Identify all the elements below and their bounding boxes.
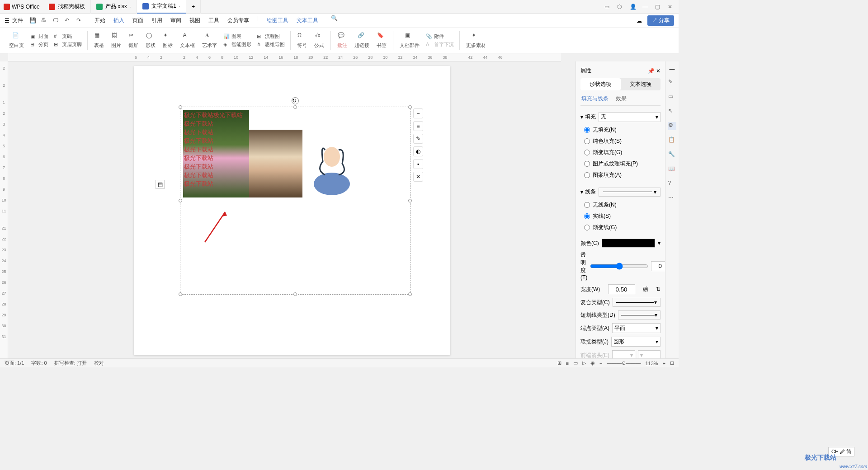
- resize-handle[interactable]: [293, 292, 297, 296]
- zoom-in-button[interactable]: +: [663, 361, 665, 366]
- edit-icon[interactable]: ✎: [668, 79, 676, 87]
- shape-button[interactable]: ◯形状: [143, 32, 158, 49]
- rotate-handle-icon[interactable]: ↻: [292, 97, 299, 104]
- comment-button[interactable]: 💬批注: [335, 32, 350, 49]
- zoom-out-icon[interactable]: −: [413, 108, 423, 118]
- color-swatch[interactable]: [602, 239, 655, 248]
- share-button[interactable]: ↗ 分享: [647, 15, 674, 26]
- flowchart-button[interactable]: ⊞流程图: [257, 33, 285, 40]
- textbox-selection[interactable]: ↻ 极光下载站极光下载站极光下载站极光下载站极光下载站极光下载站极光下载站极光下…: [180, 107, 410, 295]
- highlight-icon[interactable]: ◐: [413, 146, 423, 156]
- line-preview[interactable]: ▾: [599, 188, 660, 197]
- dash-select[interactable]: ▾: [618, 310, 660, 320]
- blank-page-button[interactable]: 📄空白页: [6, 32, 27, 49]
- pin-icon[interactable]: 📌: [648, 68, 655, 74]
- resize-handle[interactable]: [293, 105, 297, 109]
- text-options-tab[interactable]: 文本选项: [621, 78, 661, 90]
- zoom-out-button[interactable]: −: [599, 361, 602, 366]
- view-web-icon[interactable]: ▭: [573, 360, 578, 366]
- effect-subtab[interactable]: 效果: [616, 95, 627, 103]
- preview-icon[interactable]: 🖵: [53, 17, 60, 24]
- more-material-button[interactable]: ✦更多素材: [463, 32, 489, 49]
- header-footer-button[interactable]: ⊟页眉页脚: [54, 41, 82, 48]
- smart-graphic-button[interactable]: ◈智能图形: [223, 41, 251, 48]
- clipboard-icon[interactable]: 📋: [668, 136, 676, 145]
- tab-document[interactable]: 文字文稿1 ·: [137, 0, 186, 14]
- hamburger-icon[interactable]: ☰: [5, 18, 9, 24]
- spell-check-status[interactable]: 拼写检查: 打开: [54, 360, 87, 367]
- fill-section-toggle[interactable]: ▾ 填充: [580, 111, 596, 122]
- wordart-button[interactable]: 𝐀艺术字: [199, 32, 220, 49]
- page-status[interactable]: 页面: 1/1: [5, 360, 24, 367]
- gradient-line-radio[interactable]: 渐变线(G): [584, 222, 660, 233]
- resize-handle[interactable]: [179, 199, 182, 202]
- join-select[interactable]: 圆形▾: [611, 337, 660, 347]
- user-avatar-icon[interactable]: 👤: [630, 4, 636, 10]
- resize-handle[interactable]: [179, 105, 182, 109]
- book-icon[interactable]: 📖: [668, 165, 676, 174]
- compound-select[interactable]: ▾: [613, 298, 660, 307]
- help-icon[interactable]: ?: [668, 180, 676, 188]
- transparency-slider[interactable]: [590, 263, 648, 270]
- symbol-button[interactable]: Ω符号: [294, 32, 310, 49]
- tool-icon[interactable]: 🔧: [668, 151, 676, 159]
- no-line-radio[interactable]: 无线条(N): [584, 199, 660, 211]
- tab-close-icon[interactable]: ·: [179, 3, 180, 9]
- gradient-fill-radio[interactable]: 渐变填充(G): [584, 147, 660, 158]
- panel-icon[interactable]: ▭: [604, 4, 611, 10]
- tab-close-icon[interactable]: ·: [130, 4, 131, 10]
- proof-status[interactable]: 校对: [94, 360, 104, 367]
- close-panel-icon[interactable]: ✕: [656, 68, 660, 74]
- page-number-button[interactable]: #页码: [54, 33, 82, 40]
- cursor-icon[interactable]: ↖: [668, 108, 676, 116]
- fill-type-select[interactable]: 无▾: [599, 112, 660, 122]
- image-icon[interactable]: ▪: [413, 159, 423, 169]
- tab-reference[interactable]: 引用: [151, 15, 162, 26]
- collapse-icon[interactable]: —: [670, 66, 675, 72]
- cloud-icon[interactable]: ☁: [637, 18, 642, 24]
- layout-icon[interactable]: ≡: [413, 121, 423, 131]
- minimize-icon[interactable]: —: [642, 4, 649, 10]
- no-fill-radio[interactable]: 无填充(N): [584, 124, 660, 136]
- doc-parts-button[interactable]: ▣文档部件: [397, 32, 422, 49]
- tab-insert[interactable]: 插入: [113, 15, 124, 26]
- tools-icon[interactable]: ✕: [413, 172, 423, 182]
- paragraph-indicator-icon[interactable]: ▤: [156, 180, 165, 189]
- file-menu[interactable]: 文件: [12, 17, 23, 24]
- solid-line-radio[interactable]: 实线(S): [584, 211, 660, 222]
- tab-page[interactable]: 页面: [132, 15, 143, 26]
- stepper-icon[interactable]: ⇅: [656, 286, 660, 292]
- shape-options-tab[interactable]: 形状选项: [580, 78, 621, 90]
- pen-icon[interactable]: ✎: [413, 134, 423, 144]
- settings-icon[interactable]: ⚙: [668, 122, 676, 130]
- fill-line-subtab[interactable]: 填充与线条: [581, 95, 609, 103]
- zoom-level[interactable]: 113%: [645, 361, 658, 366]
- formula-button[interactable]: √x公式: [311, 32, 327, 49]
- icon-button[interactable]: ✦图标: [160, 32, 175, 49]
- tab-spreadsheet[interactable]: 产品.xlsx ·: [91, 0, 137, 14]
- resize-handle[interactable]: [408, 292, 412, 296]
- print-icon[interactable]: 🖶: [41, 17, 48, 24]
- cube-icon[interactable]: ⬡: [617, 4, 623, 10]
- resize-handle[interactable]: [408, 199, 412, 202]
- tab-start[interactable]: 开始: [94, 15, 105, 26]
- search-icon[interactable]: 🔍: [331, 15, 338, 22]
- more-icon[interactable]: ⋯: [668, 194, 676, 202]
- chart-button[interactable]: 📊图表: [223, 33, 251, 40]
- pattern-fill-radio[interactable]: 图案填充(A): [584, 169, 660, 181]
- view-outline-icon[interactable]: ≡: [566, 361, 569, 366]
- fit-icon[interactable]: ⊡: [670, 360, 674, 366]
- screenshot-button[interactable]: ✂截屏: [126, 32, 141, 49]
- tab-member[interactable]: 会员专享: [227, 15, 249, 26]
- solid-fill-radio[interactable]: 纯色填充(S): [584, 136, 660, 147]
- dropcap-button[interactable]: A首字下沉: [426, 41, 454, 48]
- resize-handle[interactable]: [179, 292, 182, 296]
- width-input[interactable]: [608, 284, 635, 294]
- bookmark-button[interactable]: 🔖书签: [374, 32, 389, 49]
- save-icon[interactable]: 💾: [29, 17, 37, 24]
- resize-handle[interactable]: [408, 105, 412, 109]
- undo-icon[interactable]: ↶: [65, 17, 72, 24]
- attachment-button[interactable]: 📎附件: [426, 33, 454, 40]
- view-print-icon[interactable]: ⊞: [557, 360, 561, 366]
- transparency-input[interactable]: [651, 261, 665, 271]
